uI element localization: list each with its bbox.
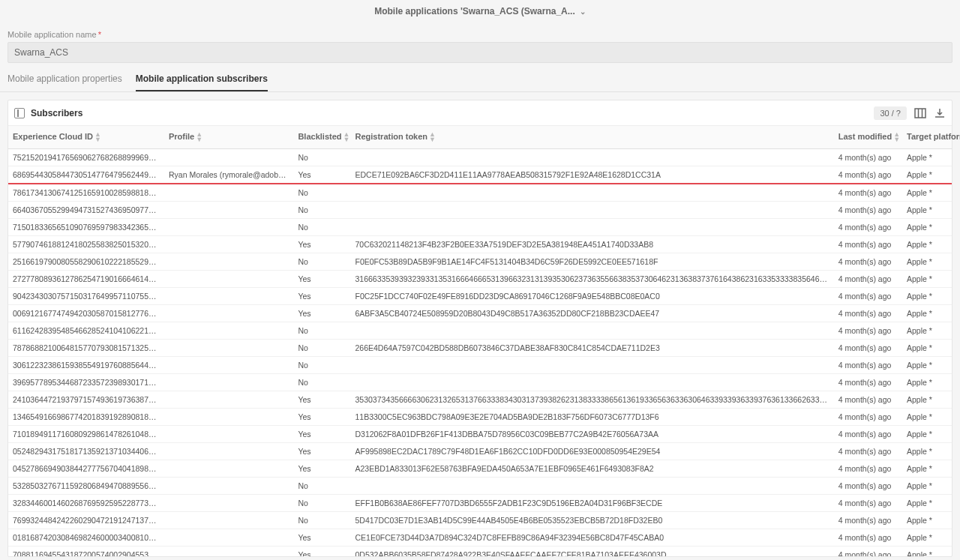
download-icon[interactable] <box>934 107 946 119</box>
cell-plat: Apple * <box>902 202 952 219</box>
table-row[interactable]: 78786882100648157707930815713251068810No… <box>8 340 952 357</box>
subscribers-panel: Subscribers 30 / ? Experience Cloud ID▲▼… <box>8 100 952 557</box>
pager[interactable]: 30 / ? <box>874 106 907 120</box>
col-header-id[interactable]: Experience Cloud ID▲▼ <box>8 126 164 149</box>
table-row[interactable]: 24103644721937971574936197363873754436Ye… <box>8 391 952 409</box>
app-name-label: Mobile application name* <box>8 30 952 39</box>
cell-plat: Apple * <box>902 391 952 409</box>
cell-blk: Yes <box>293 271 350 288</box>
cell-blk: No <box>293 374 350 391</box>
cell-plat: Apple * <box>902 236 952 253</box>
cell-blk: Yes <box>293 443 350 460</box>
cell-profile <box>164 271 293 288</box>
cell-profile <box>164 391 293 409</box>
table-row[interactable]: 05248294317518171359213710344068306001Ye… <box>8 443 952 460</box>
cell-token <box>351 184 834 202</box>
cell-token <box>351 202 834 219</box>
cell-profile <box>164 305 293 322</box>
cell-plat: Apple * <box>902 460 952 478</box>
cell-id: 04527866949038442777567040418985724169 <box>8 460 164 478</box>
cell-blk: No <box>293 512 350 529</box>
cell-plat: Apple * <box>902 288 952 305</box>
cell-blk: No <box>293 253 350 271</box>
cell-token: 266E4D64A7597C042BD588DB6073846C37DABE38… <box>351 340 834 357</box>
col-header-blacklisted[interactable]: Blacklisted▲▼ <box>293 126 350 149</box>
panel-icon <box>14 108 25 118</box>
col-header-profile[interactable]: Profile▲▼ <box>164 126 293 149</box>
cell-id: 66403670552994947315274369509775929490 <box>8 202 164 219</box>
table-row[interactable]: 70881169455431872005740029045535507422Ye… <box>8 547 952 556</box>
cell-profile <box>164 184 293 202</box>
cell-plat: Apple * <box>902 340 952 357</box>
breadcrumb[interactable]: Mobile applications 'Swarna_ACS (Swarna_… <box>0 0 960 22</box>
col-header-modified[interactable]: Last modified▲▼ <box>834 126 902 149</box>
table-row[interactable]: 6116242839548546628524104106221908192No4… <box>8 322 952 340</box>
sort-icon: ▲▼ <box>893 132 900 142</box>
cell-blk: Yes <box>293 391 350 409</box>
table-row[interactable]: 76993244842422602904721912471374707352No… <box>8 512 952 529</box>
cell-plat: Apple * <box>902 547 952 556</box>
cell-token <box>351 374 834 391</box>
app-name-input[interactable] <box>8 42 952 63</box>
table-row[interactable]: 27277808936127862547190166646149393107Ye… <box>8 271 952 288</box>
col-header-token[interactable]: Registration token▲▼ <box>351 126 834 149</box>
cell-mod: 4 month(s) ago <box>834 322 902 340</box>
cell-plat: Apple * <box>902 184 952 202</box>
cell-token: EFF1B0B638AE86FEF7707D3BD6555F2ADB1F23C9… <box>351 495 834 512</box>
table-row[interactable]: 9042343030757150317649957110755662978Yes… <box>8 288 952 305</box>
cell-token: 70C632021148213F4B23F2B0EE33A7519DEF3D2E… <box>351 236 834 253</box>
table-row[interactable]: 04527866949038442777567040418985724169Ye… <box>8 460 952 478</box>
cell-profile <box>164 512 293 529</box>
table-row[interactable]: 5779074618812418025583825015320840235Yes… <box>8 236 952 253</box>
table-row[interactable]: 13465491669867742018391928908187827003Ye… <box>8 409 952 426</box>
cell-id: 53285032767115928068494708895569340790 <box>8 478 164 495</box>
table-row[interactable]: 01816874203084698246000034008107015784Ye… <box>8 529 952 547</box>
cell-token: CE1E0FCE73D44D3A7D894C324D7C8FEFB89C86A9… <box>351 529 834 547</box>
cell-profile <box>164 236 293 253</box>
cell-token: 0D532ABB6035B58FD87428A922B3E40SFAAEFCAA… <box>351 547 834 556</box>
col-header-platform[interactable]: Target platform▲▼ <box>902 126 952 149</box>
tab-properties[interactable]: Mobile application properties <box>8 73 122 91</box>
cell-blk: Yes <box>293 529 350 547</box>
table-row[interactable]: 78617341306741251659100285988183393683No… <box>8 184 952 202</box>
cell-profile <box>164 426 293 443</box>
cell-id: 68695443058447305147764795624494577625 <box>8 166 164 184</box>
cell-mod: 4 month(s) ago <box>834 340 902 357</box>
cell-id: 70881169455431872005740029045535507422 <box>8 547 164 556</box>
cell-plat: Apple * <box>902 374 952 391</box>
tab-subscribers[interactable]: Mobile application subscribers <box>136 73 268 91</box>
cell-token: 3530373435666630623132653137663338343031… <box>351 391 834 409</box>
cell-id: 25166197900805582906102221855290033888 <box>8 253 164 271</box>
cell-profile <box>164 149 293 166</box>
cell-id: 9042343030757150317649957110755662978 <box>8 288 164 305</box>
cell-mod: 4 month(s) ago <box>834 271 902 288</box>
cell-plat: Apple * <box>902 478 952 495</box>
table-row[interactable]: 53285032767115928068494708895569340790No… <box>8 478 952 495</box>
table-row[interactable]: 75215201941765690627682688999694258174No… <box>8 149 952 166</box>
chevron-down-icon: ⌄ <box>580 7 586 16</box>
cell-blk: Yes <box>293 547 350 556</box>
table-row[interactable]: 3969577895344687233572398930171367013No4… <box>8 374 952 391</box>
cell-token: F0C25F1DCC740F02E49FE8916DD23D9CA8691704… <box>351 288 834 305</box>
table-row[interactable]: 71501833656510907695979833423654306596No… <box>8 219 952 236</box>
cell-blk: No <box>293 340 350 357</box>
cell-blk: Yes <box>293 426 350 443</box>
table-row[interactable]: 00691216774749420305870158127769548201Ye… <box>8 305 952 322</box>
cell-profile <box>164 409 293 426</box>
sort-icon: ▲▼ <box>344 132 350 142</box>
table-row[interactable]: 66403670552994947315274369509775929490No… <box>8 202 952 219</box>
cell-plat: Apple * <box>902 426 952 443</box>
table-row[interactable]: 30612232386159385549197608856449838430No… <box>8 357 952 374</box>
cell-token <box>351 322 834 340</box>
table-row[interactable]: 68695443058447305147764795624494577625Ry… <box>8 166 952 184</box>
table-row[interactable]: 32834460014602687695925952287732450017No… <box>8 495 952 512</box>
panel-title: Subscribers <box>31 108 82 118</box>
columns-icon[interactable] <box>914 107 926 119</box>
cell-mod: 4 month(s) ago <box>834 460 902 478</box>
table-row[interactable]: 71018949117160809298614782610482585222Ye… <box>8 426 952 443</box>
table-row[interactable]: 25166197900805582906102221855290033888No… <box>8 253 952 271</box>
cell-plat: Apple * <box>902 149 952 166</box>
cell-token: F0E0FC53B89DA5B9F9B1AE14FC4F5131404B34D6… <box>351 253 834 271</box>
cell-profile <box>164 202 293 219</box>
cell-mod: 4 month(s) ago <box>834 288 902 305</box>
